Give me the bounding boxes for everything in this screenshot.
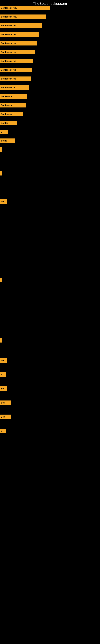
bar-line-8 <box>19 68 32 72</box>
bar-item-31: Bo <box>0 358 7 363</box>
bar-item-3: Bottleneck resu <box>0 23 42 28</box>
bar-label-2: Bottleneck resu <box>0 14 20 19</box>
bar-label-14: Bottlen <box>0 121 11 125</box>
bar-item-26: | <box>0 278 1 282</box>
bar-item-1: Bottleneck resu <box>0 6 50 10</box>
bar-item-9: Bottleneck res <box>0 76 31 81</box>
bar-line-2 <box>20 14 46 19</box>
bar-line-32 <box>3 372 6 377</box>
bar-line-12 <box>17 103 26 108</box>
bar-label-4: Bottleneck res <box>0 32 19 37</box>
bar-line-13 <box>15 112 23 116</box>
bar-line-31 <box>4 358 7 363</box>
bar-line-6 <box>19 50 35 54</box>
bar-label-6: Bottleneck res <box>0 50 19 54</box>
bar-item-32: B <box>0 372 6 377</box>
bar-item-19: | <box>0 171 1 176</box>
bar-line-11 <box>17 94 27 98</box>
bar-item-11: Bottleneck r <box>0 94 27 98</box>
bar-item-15: B <box>0 130 8 134</box>
bar-item-36: B <box>0 429 6 433</box>
bar-label-30: | <box>0 338 1 342</box>
bar-line-33 <box>4 386 7 391</box>
bar-label-32: B <box>0 372 3 377</box>
bar-line-34 <box>7 400 11 405</box>
bar-label-8: Bottleneck res <box>0 68 19 72</box>
bar-item-7: Bottleneck res <box>0 59 33 63</box>
bar-label-15: B <box>0 130 3 134</box>
bar-label-35: Bott <box>0 414 7 419</box>
bar-label-34: Bott <box>0 400 7 405</box>
bar-item-21: Bo <box>0 199 7 204</box>
bar-label-19: | <box>0 171 1 176</box>
bar-item-8: Bottleneck res <box>0 68 32 72</box>
bar-item-14: Bottlen <box>0 121 17 125</box>
bar-item-16: Bottle <box>0 138 15 143</box>
bar-item-13: Bottleneck <box>0 112 23 116</box>
bar-item-12: Bottleneck r <box>0 103 26 108</box>
bar-line-16 <box>10 138 15 143</box>
bar-item-4: Bottleneck res <box>0 32 39 37</box>
bar-line-9 <box>19 76 31 81</box>
bar-line-21 <box>4 199 7 204</box>
bar-label-26: | <box>0 278 1 282</box>
bar-item-34: Bott <box>0 400 11 405</box>
bar-item-10: Bottleneck re <box>0 85 29 90</box>
bar-label-17: | <box>0 147 1 152</box>
bar-line-3 <box>20 23 42 28</box>
bar-item-6: Bottleneck res <box>0 50 35 54</box>
bar-label-7: Bottleneck res <box>0 59 19 63</box>
bar-label-11: Bottleneck r <box>0 94 17 98</box>
bar-line-7 <box>19 59 33 63</box>
bar-label-31: Bo <box>0 358 4 363</box>
bar-item-30: | <box>0 338 1 342</box>
bar-item-2: Bottleneck resu <box>0 14 46 19</box>
bar-label-21: Bo <box>0 199 4 204</box>
bar-item-33: Bo <box>0 386 7 391</box>
bar-item-17: | <box>0 147 1 152</box>
bar-label-16: Bottle <box>0 138 10 143</box>
bar-label-10: Bottleneck re <box>0 85 18 90</box>
bar-line-36 <box>3 429 6 433</box>
bar-line-4 <box>19 32 39 37</box>
bar-line-1 <box>20 6 50 10</box>
bar-label-36: B <box>0 429 3 433</box>
bar-label-5: Bottleneck res <box>0 41 19 46</box>
bar-line-5 <box>19 41 37 46</box>
bar-line-14 <box>11 121 17 125</box>
bar-label-3: Bottleneck resu <box>0 23 20 28</box>
bar-label-1: Bottleneck resu <box>0 6 20 10</box>
bar-item-5: Bottleneck res <box>0 41 37 46</box>
bar-label-12: Bottleneck r <box>0 103 17 108</box>
bar-line-35 <box>7 414 11 419</box>
bar-label-13: Bottleneck <box>0 112 15 116</box>
bar-label-33: Bo <box>0 386 4 391</box>
bar-label-9: Bottleneck res <box>0 76 19 81</box>
bar-line-10 <box>18 85 29 90</box>
bar-line-15 <box>3 130 8 134</box>
bar-item-35: Bott <box>0 414 11 419</box>
